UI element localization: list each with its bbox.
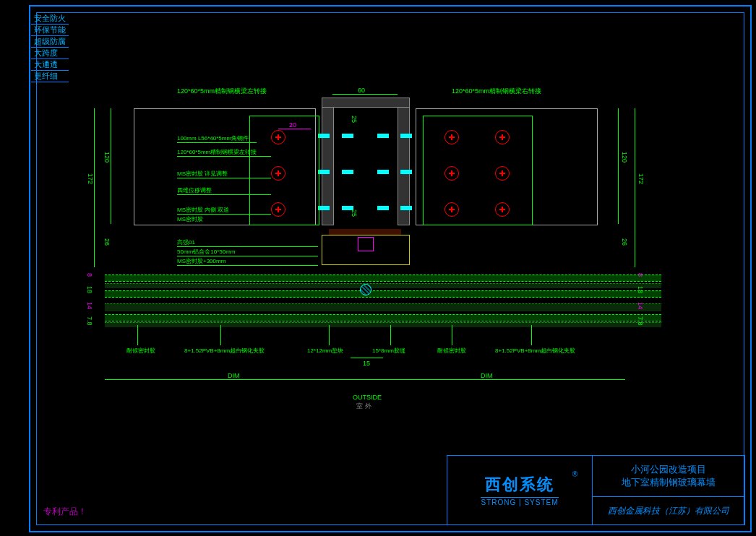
glass-band-upper [105, 275, 661, 282]
title-right: 小河公园改造项目 地下室精制钢玻璃幕墙 西创金属科技（江苏）有限公司 [593, 456, 744, 524]
dim-width-top: 60 [358, 87, 365, 94]
dim-26-right: 26 [621, 238, 628, 246]
lug-icon [377, 134, 389, 138]
leader-l4: 四维位移调整 [177, 186, 212, 194]
dim-14-right: 14 [637, 302, 644, 309]
lug-icon [377, 170, 389, 174]
lug-icon [400, 170, 412, 174]
dim-line [332, 94, 398, 95]
project-line2: 地下室精制钢玻璃幕墙 [622, 476, 716, 489]
lug-icon [318, 134, 330, 138]
tag-item: 更纤细 [31, 71, 69, 82]
outside-cn: 室 外 [356, 402, 371, 411]
tag-item: 大通透 [31, 59, 69, 71]
leader-l2: 120*60*5mm精制钢横梁左转接 [177, 148, 257, 156]
logo-panel: 西创系统 ® STRONG | SYSTEM [447, 456, 593, 524]
patent-note: 专利产品！ [43, 506, 87, 518]
leader-tick [390, 325, 391, 345]
dim-78-left: 7.8 [86, 316, 93, 326]
overall-dim-line [105, 379, 625, 380]
leader-tick [531, 325, 532, 345]
label-sealant: 15*8mm胶缝 [372, 347, 405, 355]
dim-bolt-pitch-2: 25 [351, 209, 358, 217]
dim-ext-right2 [635, 108, 635, 267]
logo-text-en: STRONG | SYSTEM [481, 497, 558, 506]
dim-generic-r: DIM [481, 372, 493, 379]
lug-icon [318, 170, 330, 174]
glass-gap-a [105, 283, 661, 288]
dim-note-top-right: 120*60*5mm精制钢横梁右转接 [452, 87, 541, 96]
dim-generic-l: DIM [228, 372, 240, 379]
dim-172-left: 172 [87, 173, 94, 184]
dim-14-left: 14 [86, 302, 93, 309]
dim-joint-15: 15 [363, 360, 370, 367]
title-block: 西创系统 ® STRONG | SYSTEM 小河公园改造项目 地下室精制钢玻璃… [447, 455, 745, 525]
lug-icon [377, 206, 389, 210]
leader-l1: 100mm L56*40*5mm角钢件 [177, 134, 249, 142]
label-weather-r: 耐候密封胶 [437, 347, 466, 355]
dim-172-right: 172 [637, 173, 645, 184]
leader-l3: MS密封胶 详见调整 [177, 170, 228, 178]
plate-left [249, 116, 319, 225]
side-feature-tags: 安全防火 环保节能 超级防腐 大跨度 大通透 更纤细 [31, 13, 69, 82]
glass-gap-b [105, 303, 661, 311]
dim-ext-left2 [94, 108, 95, 267]
leader-l5: MS密封胶 内侧 双道 [177, 206, 229, 214]
leader-r1: 高强01 [177, 238, 195, 246]
dim-8-right: 8 [637, 273, 644, 277]
outside-en: OUTSIDE [353, 394, 382, 401]
label-glass-spec-l: 8+1.52PVB+8mm超白钢化夹胶 [184, 347, 265, 355]
leader-tick [329, 325, 330, 345]
leader-line [177, 194, 271, 195]
column-wall-top [322, 98, 410, 108]
bolt-stud [358, 237, 374, 251]
leader-line [177, 256, 318, 256]
logo-registered: ® [572, 470, 577, 478]
dim-8-left: 8 [86, 273, 93, 277]
dim-ext-right [618, 108, 619, 224]
gasket-red [329, 229, 401, 235]
glass-band-lower [105, 314, 661, 321]
plate-right [423, 116, 533, 225]
dim-78-right: 7.8 [637, 316, 644, 326]
cad-drawing: 120*60*5mm精制钢横梁左转接 60 120*60*5mm精制钢横梁右转接… [105, 94, 661, 426]
leader-tick [220, 325, 221, 345]
dim-line [351, 358, 383, 358]
dim-18-right: 18 [637, 286, 644, 293]
lug-icon [400, 206, 412, 210]
leader-line [177, 265, 318, 266]
dim-120-left: 120 [103, 152, 111, 163]
dim-note-top-left: 120*60*5mm精制钢横梁左转接 [177, 87, 267, 96]
glass-gap-c [105, 322, 661, 327]
dim-26-left: 26 [103, 238, 111, 246]
leader-line [177, 214, 271, 215]
leader-line [177, 246, 318, 247]
dim-ext-left [111, 108, 111, 224]
leader-line [177, 156, 271, 157]
leader-tick [452, 325, 452, 345]
tag-item: 大跨度 [31, 48, 69, 59]
project-title: 小河公园改造项目 地下室精制钢玻璃幕墙 [593, 456, 744, 497]
leader-line [177, 142, 257, 143]
logo-text-cn: 西创系统 [485, 474, 554, 496]
lug-icon [400, 134, 412, 138]
leader-line [177, 178, 271, 178]
leader-r3: MS密封胶+300mm [177, 257, 225, 265]
company-name: 西创金属科技（江苏）有限公司 [593, 497, 744, 524]
dim-120-right: 120 [621, 152, 628, 163]
tag-item: 超级防腐 [31, 36, 69, 48]
glass-band-mid [105, 290, 661, 298]
project-line1: 小河公园改造项目 [631, 463, 706, 476]
lug-icon [318, 206, 330, 210]
leader-tick [137, 325, 138, 345]
label-spacer: 12*12mm垫块 [307, 347, 343, 355]
leader-r2: 50mm铝合金10*50mm [177, 248, 235, 256]
label-weather-l: 耐候密封胶 [126, 347, 155, 355]
lug-icon [342, 170, 353, 174]
dim-18-left: 18 [86, 286, 93, 293]
dim-bolt-pitch-1: 25 [351, 116, 358, 123]
label-glass-spec-r: 8+1.52PVB+8mm超白钢化夹胶 [495, 347, 575, 355]
tag-item: 环保节能 [31, 25, 69, 36]
backer-rod-icon [360, 284, 371, 295]
tag-item: 安全防火 [31, 13, 69, 25]
